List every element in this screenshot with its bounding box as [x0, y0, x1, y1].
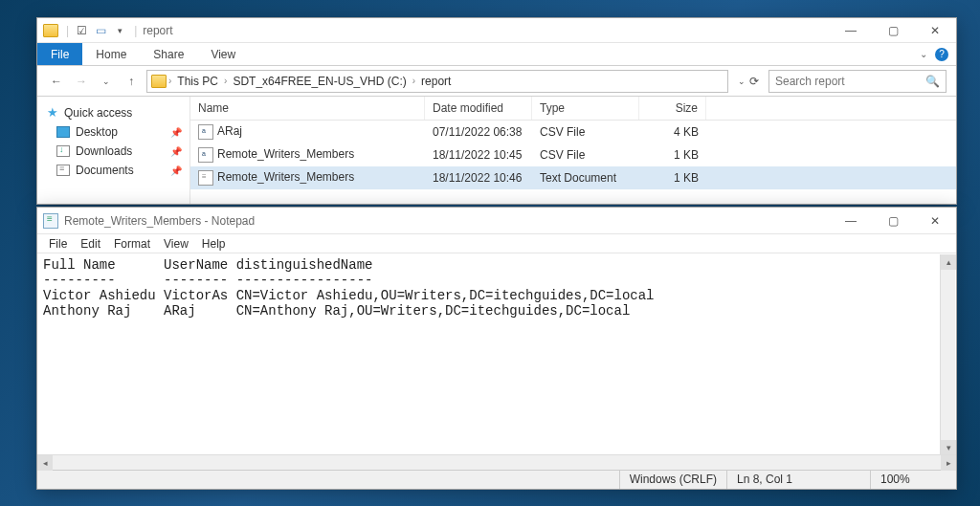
titlebar-divider: |: [134, 24, 137, 37]
nav-label: Quick access: [64, 106, 132, 120]
chevron-right-icon[interactable]: ›: [224, 76, 227, 86]
nav-desktop[interactable]: Desktop 📌: [37, 122, 189, 142]
column-date[interactable]: Date modified: [425, 97, 532, 120]
file-name: Remote_Writers_Members: [217, 147, 354, 161]
file-row[interactable]: Remote_Writers_Members18/11/2022 10:46Te…: [190, 166, 956, 189]
notepad-window: Remote_Writers_Members - Notepad — ▢ ✕ F…: [36, 207, 957, 490]
search-input[interactable]: [775, 75, 925, 88]
nav-label: Downloads: [76, 144, 132, 158]
file-list: Name Date modified Type Size ARaj07/11/2…: [190, 97, 956, 204]
file-icon: [198, 147, 213, 163]
notepad-titlebar[interactable]: Remote_Writers_Members - Notepad — ▢ ✕: [37, 208, 956, 234]
chevron-right-icon[interactable]: ›: [412, 76, 415, 86]
ribbon-tabs: File Home Share View ⌄ ?: [37, 43, 956, 66]
titlebar-divider: |: [66, 24, 69, 37]
nav-back-button[interactable]: ←: [47, 75, 66, 88]
horizontal-scrollbar[interactable]: ◂ ▸: [37, 454, 956, 470]
file-date: 18/11/2022 10:46: [425, 169, 532, 187]
menu-file[interactable]: File: [43, 236, 73, 251]
minimize-button[interactable]: —: [830, 209, 872, 233]
ribbon-collapse-icon[interactable]: ⌄: [920, 49, 927, 59]
new-folder-icon[interactable]: ▭: [94, 24, 107, 37]
star-icon: ★: [47, 105, 58, 120]
notepad-menu: File Edit Format View Help: [37, 234, 956, 253]
file-row[interactable]: ARaj07/11/2022 06:38CSV File4 KB: [190, 121, 956, 143]
window-title: report: [143, 24, 172, 37]
status-position: Ln 8, Col 1: [726, 471, 870, 489]
window-controls: — ▢ ✕: [830, 209, 956, 233]
column-type[interactable]: Type: [532, 97, 639, 120]
navigation-pane: ★ Quick access Desktop 📌 Downloads 📌 Doc…: [37, 97, 190, 204]
search-icon[interactable]: 🔍: [925, 75, 940, 88]
nav-downloads[interactable]: Downloads 📌: [37, 142, 189, 161]
menu-help[interactable]: Help: [196, 236, 232, 251]
maximize-button[interactable]: ▢: [872, 18, 914, 43]
breadcrumb-folder-icon: [151, 75, 167, 88]
ribbon-tab-share[interactable]: Share: [140, 43, 197, 65]
file-icon: [198, 124, 213, 140]
vertical-scrollbar[interactable]: ▴ ▾: [940, 254, 955, 455]
close-button[interactable]: ✕: [914, 209, 956, 233]
desktop-icon: [56, 126, 70, 138]
notepad-statusbar: Windows (CRLF) Ln 8, Col 1 100%: [37, 470, 956, 489]
file-name: ARaj: [217, 124, 242, 138]
file-type: CSV File: [532, 123, 639, 141]
ribbon-tab-file[interactable]: File: [37, 43, 82, 65]
explorer-titlebar[interactable]: | ☑ ▭ ▾ | report — ▢ ✕: [37, 18, 956, 43]
close-button[interactable]: ✕: [914, 18, 956, 43]
menu-edit[interactable]: Edit: [75, 236, 106, 251]
crumb-folder[interactable]: report: [417, 73, 455, 90]
notepad-text-area[interactable]: Full Name UserName distinguishedName ---…: [37, 253, 956, 454]
menu-view[interactable]: View: [158, 236, 194, 251]
file-icon: [198, 170, 213, 186]
scroll-right-icon[interactable]: ▸: [941, 455, 956, 471]
file-type: CSV File: [532, 146, 639, 164]
pin-icon: 📌: [170, 165, 182, 176]
ribbon-tab-view[interactable]: View: [197, 43, 249, 65]
pin-icon: 📌: [170, 127, 182, 138]
file-size: 1 KB: [639, 146, 706, 164]
window-controls: — ▢ ✕: [830, 18, 956, 43]
qat-dropdown-icon[interactable]: ▾: [113, 24, 126, 37]
nav-label: Documents: [76, 164, 134, 177]
file-size: 4 KB: [639, 123, 706, 141]
nav-documents[interactable]: Documents 📌: [37, 161, 189, 180]
help-icon[interactable]: ?: [935, 48, 948, 61]
notepad-title: Remote_Writers_Members - Notepad: [64, 214, 255, 228]
file-size: 1 KB: [639, 169, 706, 187]
nav-history-dropdown[interactable]: ⌄: [97, 77, 116, 86]
scroll-up-icon[interactable]: ▴: [941, 254, 956, 270]
search-box[interactable]: 🔍: [768, 70, 947, 93]
scroll-left-icon[interactable]: ◂: [37, 455, 53, 471]
explorer-body: ★ Quick access Desktop 📌 Downloads 📌 Doc…: [37, 97, 956, 204]
notepad-icon: [43, 213, 58, 229]
properties-icon[interactable]: ☑: [75, 24, 88, 37]
crumb-volume[interactable]: SDT_x64FREE_EN-US_VHD (C:): [229, 73, 410, 90]
pin-icon: 📌: [170, 146, 182, 157]
menu-format[interactable]: Format: [108, 236, 156, 251]
nav-label: Desktop: [76, 125, 118, 139]
quick-access-toolbar: ☑ ▭ ▾: [75, 24, 126, 37]
list-header: Name Date modified Type Size: [190, 97, 956, 121]
chevron-right-icon[interactable]: ›: [168, 76, 171, 86]
file-row[interactable]: Remote_Writers_Members18/11/2022 10:45CS…: [190, 143, 956, 166]
column-name[interactable]: Name: [190, 97, 425, 120]
folder-icon: [43, 24, 58, 37]
ribbon-tab-home[interactable]: Home: [82, 43, 140, 65]
scroll-down-icon[interactable]: ▾: [941, 440, 956, 455]
nav-forward-button[interactable]: →: [72, 75, 91, 88]
maximize-button[interactable]: ▢: [872, 209, 914, 233]
refresh-icon[interactable]: ⟳: [749, 75, 759, 88]
navigation-bar: ← → ⌄ ↑ › This PC › SDT_x64FREE_EN-US_VH…: [37, 66, 956, 97]
status-spacer: [37, 471, 619, 489]
column-size[interactable]: Size: [639, 97, 706, 120]
nav-quick-access[interactable]: ★ Quick access: [37, 102, 189, 122]
address-dropdown-icon[interactable]: ⌄: [738, 77, 746, 86]
file-name: Remote_Writers_Members: [217, 170, 354, 184]
minimize-button[interactable]: —: [830, 18, 872, 43]
breadcrumb[interactable]: › This PC › SDT_x64FREE_EN-US_VHD (C:) ›…: [146, 70, 728, 93]
nav-up-button[interactable]: ↑: [122, 75, 141, 88]
file-explorer-window: | ☑ ▭ ▾ | report — ▢ ✕ File Home Share V…: [36, 17, 957, 205]
crumb-this-pc[interactable]: This PC: [173, 73, 222, 90]
file-type: Text Document: [532, 169, 639, 187]
